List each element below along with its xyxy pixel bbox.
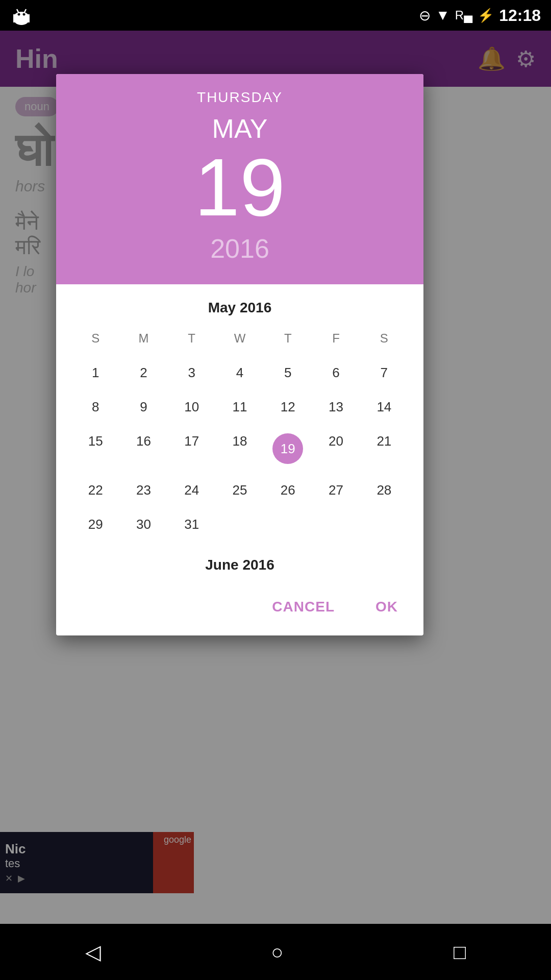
svg-point-3 bbox=[23, 13, 26, 16]
calendar-month-label: May 2016 bbox=[71, 300, 408, 316]
status-bar-right: ⊖ ▼ R▄ ⚡ 12:18 bbox=[419, 6, 541, 25]
calendar-day-10[interactable]: 10 bbox=[168, 390, 216, 424]
dialog-date-number: 19 bbox=[77, 146, 403, 228]
calendar-day-6[interactable]: 6 bbox=[312, 356, 360, 390]
calendar-day-empty-4 bbox=[360, 507, 408, 542]
battery-icon: ⚡ bbox=[478, 8, 494, 23]
android-icon bbox=[10, 4, 33, 27]
calendar-day-27[interactable]: 27 bbox=[312, 473, 360, 507]
calendar-day-19[interactable]: 19 bbox=[264, 424, 312, 473]
calendar-day-1[interactable]: 1 bbox=[71, 356, 119, 390]
calendar-day-12[interactable]: 12 bbox=[264, 390, 312, 424]
calendar-day-21[interactable]: 21 bbox=[360, 424, 408, 473]
recents-button[interactable]: □ bbox=[454, 941, 466, 964]
dialog-day-of-week: THURSDAY bbox=[77, 89, 403, 106]
dow-fri: F bbox=[312, 331, 360, 356]
calendar-day-14[interactable]: 14 bbox=[360, 390, 408, 424]
dow-sun: S bbox=[71, 331, 119, 356]
dialog-year: 2016 bbox=[77, 233, 403, 264]
calendar-day-31[interactable]: 31 bbox=[168, 507, 216, 542]
calendar-day-5[interactable]: 5 bbox=[264, 356, 312, 390]
dialog-header: THURSDAY MAY 19 2016 bbox=[56, 74, 423, 284]
calendar-day-16[interactable]: 16 bbox=[119, 424, 167, 473]
calendar-day-9[interactable]: 9 bbox=[119, 390, 167, 424]
ok-button[interactable]: OK bbox=[365, 594, 408, 620]
calendar-day-24[interactable]: 24 bbox=[168, 473, 216, 507]
back-button[interactable]: ◁ bbox=[85, 940, 101, 964]
svg-point-2 bbox=[18, 13, 20, 16]
cancel-button[interactable]: CANCEL bbox=[262, 594, 345, 620]
calendar-day-3[interactable]: 3 bbox=[168, 356, 216, 390]
do-not-disturb-icon: ⊖ bbox=[419, 7, 431, 24]
calendar-day-empty-1 bbox=[216, 507, 264, 542]
dow-wed: W bbox=[216, 331, 264, 356]
dow-thu: T bbox=[264, 331, 312, 356]
calendar-day-2[interactable]: 2 bbox=[119, 356, 167, 390]
calendar-days-grid: 1 2 3 4 5 6 7 8 9 10 11 12 13 14 15 16 1… bbox=[71, 356, 408, 542]
home-button[interactable]: ○ bbox=[271, 941, 283, 964]
calendar-dow-row: S M T W T F S bbox=[71, 331, 408, 356]
status-bar-left bbox=[10, 4, 33, 27]
calendar-body: May 2016 S M T W T F S 1 2 3 4 5 6 7 bbox=[56, 284, 423, 583]
calendar-day-empty-3 bbox=[312, 507, 360, 542]
calendar-day-29[interactable]: 29 bbox=[71, 507, 119, 542]
status-bar: ⊖ ▼ R▄ ⚡ 12:18 bbox=[0, 0, 551, 31]
wifi-icon: ▼ bbox=[436, 7, 450, 23]
calendar-day-18[interactable]: 18 bbox=[216, 424, 264, 473]
next-month-label: June 2016 bbox=[71, 542, 408, 583]
calendar-day-26[interactable]: 26 bbox=[264, 473, 312, 507]
dow-tue: T bbox=[168, 331, 216, 356]
calendar-day-28[interactable]: 28 bbox=[360, 473, 408, 507]
signal-icon: R▄ bbox=[455, 8, 472, 22]
calendar-day-empty-2 bbox=[264, 507, 312, 542]
calendar-day-4[interactable]: 4 bbox=[216, 356, 264, 390]
nav-bar: ◁ ○ □ bbox=[0, 924, 551, 980]
calendar-day-17[interactable]: 17 bbox=[168, 424, 216, 473]
calendar-day-11[interactable]: 11 bbox=[216, 390, 264, 424]
calendar-day-8[interactable]: 8 bbox=[71, 390, 119, 424]
date-picker-dialog: THURSDAY MAY 19 2016 May 2016 S M T W T … bbox=[56, 74, 423, 635]
calendar-day-22[interactable]: 22 bbox=[71, 473, 119, 507]
calendar-day-13[interactable]: 13 bbox=[312, 390, 360, 424]
dow-mon: M bbox=[119, 331, 167, 356]
calendar-day-7[interactable]: 7 bbox=[360, 356, 408, 390]
svg-rect-1 bbox=[13, 14, 30, 22]
calendar-day-23[interactable]: 23 bbox=[119, 473, 167, 507]
dow-sat: S bbox=[360, 331, 408, 356]
status-time: 12:18 bbox=[499, 6, 541, 25]
dialog-month: MAY bbox=[77, 113, 403, 144]
calendar-day-30[interactable]: 30 bbox=[119, 507, 167, 542]
app-background: Hin 🔔 ⚙ noun घो hors मैने मरि I lo hor T… bbox=[0, 31, 551, 949]
calendar-day-25[interactable]: 25 bbox=[216, 473, 264, 507]
calendar-day-15[interactable]: 15 bbox=[71, 424, 119, 473]
calendar-day-20[interactable]: 20 bbox=[312, 424, 360, 473]
dialog-actions: CANCEL OK bbox=[56, 583, 423, 635]
